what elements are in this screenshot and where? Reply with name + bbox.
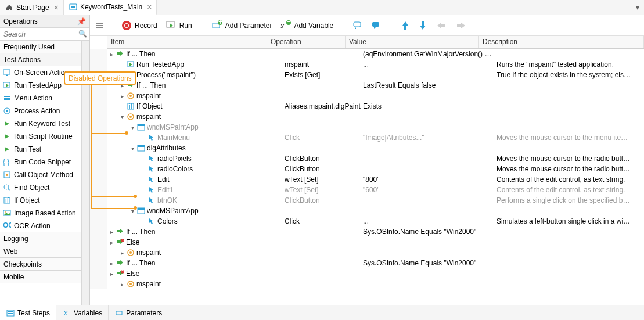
move-right-button[interactable] [453,20,469,31]
op-find-object[interactable]: Find Object [0,181,89,194]
grid-row[interactable]: Run TestedAppmspaint...Runs the "mspaint… [90,59,644,70]
move-up-button[interactable] [398,19,412,33]
tab-keyword-tests[interactable]: KeywordTests_Main × [64,0,157,15]
op-run-code-snippet[interactable]: { }Run Code Snippet [0,156,89,168]
operation-cell: Aliases.mspaint.dlgPaint [285,102,363,110]
grid-row[interactable]: Process("mspaint")Exists [Get]True if th… [90,70,644,80]
op-ocr-action[interactable]: OCROCR Action [0,220,89,232]
svg-point-24 [125,24,128,27]
grid-row[interactable]: ▸Else [90,268,644,279]
expand-toggle[interactable]: ▾ [118,114,126,120]
grid-row[interactable]: ▾wndMSPaintApp [90,122,644,132]
op-run-script-routine[interactable]: Run Script Routine [0,130,89,143]
row-icon [147,133,156,142]
uncomment-button[interactable] [369,19,384,32]
tab-overflow-button[interactable]: ▾ [631,0,644,15]
category-mobile[interactable]: Mobile [0,271,89,283]
row-icon [116,49,125,59]
expand-toggle[interactable]: ▸ [107,229,116,235]
add-parameter-button[interactable]: +Add Parameter [209,19,275,33]
callout-connector [91,196,134,197]
comment-button[interactable] [350,19,365,32]
variables-icon: x [62,308,71,318]
category-logging[interactable]: Logging [0,232,89,245]
grid-row[interactable]: ▸mspaint [90,91,644,101]
grid-row[interactable]: ▸If ... ThenSys.OSInfo.Name Equals "Win2… [90,226,644,237]
expand-toggle[interactable]: ▸ [118,93,126,99]
row-gutter [90,279,107,289]
header-description[interactable]: Description [479,36,644,48]
grid-row[interactable]: ▾mspaint [90,112,644,122]
grid-row[interactable]: MainMenuClick"Image|Attributes..."Moves … [90,132,644,143]
editor-tabs: Start Page × KeywordTests_Main × ▾ [0,0,644,15]
category-test-actions[interactable]: Test Actions [0,53,89,66]
grid-row[interactable]: ColorsClick...Simulates a left-button si… [90,216,644,226]
grid-row[interactable]: Edit1wText [Set]"600"Contents of the edi… [90,185,644,195]
category-frequently-used[interactable]: Frequently Used [0,41,89,53]
category-checkpoints[interactable]: Checkpoints [0,258,89,271]
run-button[interactable]: Run [163,19,195,33]
expand-toggle[interactable]: ▸ [107,271,116,277]
op-menu-action[interactable]: Menu Action [0,92,89,105]
expand-toggle[interactable]: ▸ [107,51,116,57]
tab-test-steps[interactable]: Test Steps [0,305,56,320]
close-icon[interactable]: × [147,2,152,12]
record-button[interactable]: Record [118,19,160,33]
grid-body[interactable]: ▸If ... Then(aqEnvironment.GetWinMajorVe… [90,49,644,305]
panel-title: Operations [3,17,38,26]
grid-row[interactable]: btnOKClickButtonPerforms a single click … [90,195,644,206]
tab-parameters[interactable]: Parameters [109,305,168,320]
grid-row[interactable]: radioPixelsClickButtonMoves the mouse cu… [90,153,644,164]
row-gutter [90,164,107,174]
expand-toggle[interactable]: ▸ [107,260,116,267]
svg-point-37 [129,95,132,97]
tab-variables[interactable]: xVariables [56,305,109,320]
op-process-action[interactable]: Process Action [0,105,89,117]
item-label: dlgAttributes [147,144,186,152]
grid-row[interactable]: EditwText [Set]"800"Contents of the edit… [90,174,644,185]
expand-toggle[interactable]: ▸ [107,239,116,246]
op-run-keyword-test[interactable]: Run Keyword Test [0,117,89,130]
expand-toggle[interactable]: ▾ [128,145,136,152]
svg-rect-47 [138,208,145,210]
category-web[interactable]: Web [0,245,89,258]
description-cell: Moves the mouse cursor to the menu item … [497,134,644,142]
grid-row[interactable]: ▾dlgAttributes [90,143,644,153]
grid-row[interactable]: ▸If ... ThenLastResult Equals false [90,80,644,91]
item-label: mspaint [136,280,161,288]
grid-row[interactable]: ▸If ... ThenSys.OSInfo.Name Equals "Win2… [90,258,644,268]
hamburger-icon[interactable] [95,21,104,30]
callout-dot [134,195,137,198]
grid-row[interactable]: ▸mspaint [90,247,644,258]
item-label: Edit1 [157,186,173,194]
close-icon[interactable]: × [54,3,59,12]
header-value[interactable]: Value [346,36,479,48]
expand-toggle[interactable]: ▾ [128,124,136,131]
search-input[interactable] [0,28,89,40]
op-call-object-method[interactable]: Call Object Method [0,168,89,181]
add-variable-button[interactable]: x+Add Variable [278,19,336,33]
grid-header: Item Operation Value Description [107,36,644,49]
op-run-test[interactable]: Run Test [0,143,89,156]
row-icon [126,112,135,121]
grid-row[interactable]: ▸If ... Then(aqEnvironment.GetWinMajorVe… [90,49,644,59]
operations-panel: Operations 📌 🔍 Frequently Used Test Acti… [0,15,90,305]
tab-label: KeywordTests_Main [80,3,142,11]
expand-toggle[interactable]: ▸ [118,250,126,256]
grid-row[interactable]: ifIf ObjectAliases.mspaint.dlgPaintExist… [90,101,644,112]
grid-row[interactable]: ▸mspaint [90,279,644,289]
grid-row[interactable]: ▸Else [90,237,644,247]
expand-toggle[interactable]: ▸ [118,281,126,287]
op-if-object[interactable]: ifIf Object [0,194,89,207]
header-item[interactable]: Item [107,36,267,48]
move-down-button[interactable] [416,19,430,33]
pin-icon[interactable]: 📌 [77,17,86,26]
grid-row[interactable]: ▾wndMSPaintApp [90,206,644,216]
op-icon: OCR [2,221,12,231]
tab-start-page[interactable]: Start Page × [0,0,64,15]
move-left-button[interactable] [433,20,449,31]
operation-cell: Exists [Get] [285,71,363,79]
grid-row[interactable]: radioColorsClickButtonMoves the mouse cu… [90,164,644,174]
op-image-based-action[interactable]: Image Based Action [0,207,89,220]
header-operation[interactable]: Operation [267,36,346,48]
